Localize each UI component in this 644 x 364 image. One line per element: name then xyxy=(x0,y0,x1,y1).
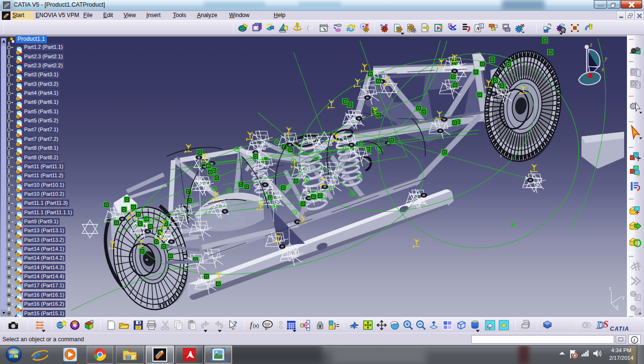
svg-text:y: y xyxy=(622,295,625,300)
svg-text:z: z xyxy=(590,41,592,48)
svg-text:n: n xyxy=(522,23,524,27)
svg-text:(x): (x) xyxy=(253,323,259,328)
svg-text:?: ? xyxy=(233,320,237,328)
svg-text:y: y xyxy=(604,55,608,62)
svg-text:x: x xyxy=(601,66,604,73)
svg-text:}=: }= xyxy=(334,322,339,329)
svg-text:x: x xyxy=(616,304,618,309)
svg-text:i: i xyxy=(634,337,635,343)
svg-text:z: z xyxy=(609,286,611,291)
svg-text:5: 5 xyxy=(480,24,483,28)
svg-text:S: S xyxy=(603,319,608,329)
svg-text:CATIA: CATIA xyxy=(610,326,629,332)
